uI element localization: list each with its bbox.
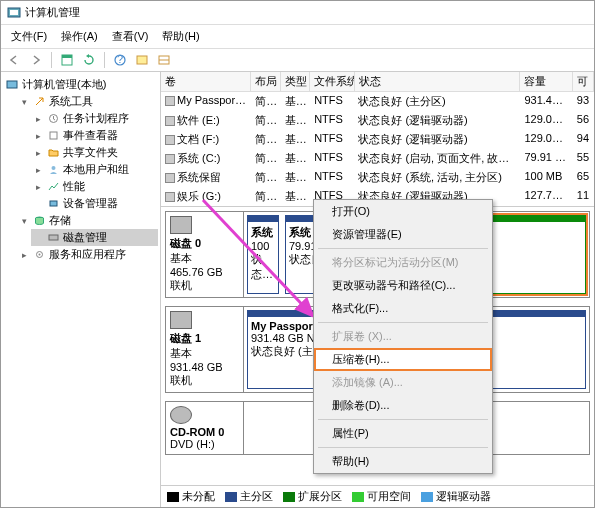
tree-shared[interactable]: ▸共享文件夹 [31, 144, 158, 161]
tree-storage[interactable]: ▾存储 [17, 212, 158, 229]
menu-help[interactable]: 帮助(H) [156, 27, 205, 46]
help-button[interactable]: ? [111, 51, 129, 69]
col-status[interactable]: 状态 [355, 72, 521, 91]
tools-icon [32, 95, 46, 109]
svg-rect-6 [137, 56, 147, 64]
ctx-open[interactable]: 打开(O) [314, 200, 492, 223]
cdrom-label[interactable]: CD-ROM 0 DVD (H:) [166, 402, 244, 454]
back-button[interactable] [5, 51, 23, 69]
menu-action[interactable]: 操作(A) [55, 27, 104, 46]
svg-rect-3 [62, 55, 72, 58]
volume-row[interactable]: 软件 (E:)简单基本NTFS状态良好 (逻辑驱动器)129.01 GB56 [161, 111, 594, 130]
ctx-format[interactable]: 格式化(F)... [314, 297, 492, 320]
users-icon [46, 163, 60, 177]
volume-row[interactable]: 文档 (F:)简单基本NTFS状态良好 (逻辑驱动器)129.01 GB94 [161, 130, 594, 149]
svg-text:?: ? [117, 54, 123, 65]
col-fs[interactable]: 文件系统 [310, 72, 354, 91]
svg-rect-13 [50, 201, 57, 206]
tree-systools[interactable]: ▾系统工具 [17, 93, 158, 110]
svg-point-17 [38, 254, 40, 256]
window-title: 计算机管理 [25, 5, 80, 20]
perf-icon [46, 180, 60, 194]
refresh-button[interactable] [80, 51, 98, 69]
col-layout[interactable]: 布局 [251, 72, 281, 91]
ctx-shrink[interactable]: 压缩卷(H)... [314, 348, 492, 371]
col-type[interactable]: 类型 [281, 72, 311, 91]
nav-tree: 计算机管理(本地) ▾系统工具 ▸任务计划程序 ▸事件查看器 ▸共享文件夹 ▸本… [1, 72, 161, 507]
view-button[interactable] [58, 51, 76, 69]
tree-root[interactable]: 计算机管理(本地) [3, 76, 158, 93]
tree-users[interactable]: ▸本地用户和组 [31, 161, 158, 178]
ctx-explorer[interactable]: 资源管理器(E) [314, 223, 492, 246]
storage-icon [32, 214, 46, 228]
ctx-mark: 将分区标记为活动分区(M) [314, 251, 492, 274]
menu-view[interactable]: 查看(V) [106, 27, 155, 46]
disk-0-label[interactable]: 磁盘 0 基本 465.76 GB 联机 [166, 212, 244, 297]
toolbar: ? [1, 49, 594, 72]
svg-rect-9 [7, 81, 17, 88]
svg-rect-1 [10, 10, 18, 15]
ctx-extend: 扩展卷 (X)... [314, 325, 492, 348]
tree-services[interactable]: ▸服务和应用程序 [17, 246, 158, 263]
ctx-delete[interactable]: 删除卷(D)... [314, 394, 492, 417]
tree-devmgr[interactable]: 设备管理器 [31, 195, 158, 212]
volume-list: 卷 布局 类型 文件系统 状态 容量 可 My Passport (D:)简单基… [161, 72, 594, 207]
app-icon [7, 6, 21, 20]
svg-point-12 [51, 166, 55, 170]
tree-perf[interactable]: ▸性能 [31, 178, 158, 195]
list-button[interactable] [133, 51, 151, 69]
forward-button[interactable] [27, 51, 45, 69]
ctx-mirror: 添加镜像 (A)... [314, 371, 492, 394]
cdrom-icon [170, 406, 192, 424]
volume-row[interactable]: 系统 (C:)简单基本NTFS状态良好 (启动, 页面文件, 故障转储, 主分区… [161, 149, 594, 168]
menu-file[interactable]: 文件(F) [5, 27, 53, 46]
menu-bar: 文件(F) 操作(A) 查看(V) 帮助(H) [1, 25, 594, 49]
services-icon [32, 248, 46, 262]
disk-icon [170, 311, 192, 329]
tree-diskmgmt[interactable]: 磁盘管理 [31, 229, 158, 246]
clock-icon [46, 112, 60, 126]
volume-row[interactable]: My Passport (D:)简单基本NTFS状态良好 (主分区)931.48… [161, 92, 594, 111]
legend: 未分配 主分区 扩展分区 可用空间 逻辑驱动器 [161, 485, 594, 507]
svg-rect-11 [50, 132, 57, 139]
volume-list-header: 卷 布局 类型 文件系统 状态 容量 可 [161, 72, 594, 92]
disk-icon [46, 231, 60, 245]
col-volume[interactable]: 卷 [161, 72, 251, 91]
event-icon [46, 129, 60, 143]
folder-icon [46, 146, 60, 160]
title-bar: 计算机管理 [1, 1, 594, 25]
col-free[interactable]: 可 [573, 72, 594, 91]
svg-rect-15 [49, 235, 58, 240]
computer-icon [5, 78, 19, 92]
tree-event[interactable]: ▸事件查看器 [31, 127, 158, 144]
disk-icon [170, 216, 192, 234]
ctx-props[interactable]: 属性(P) [314, 422, 492, 445]
volume-row[interactable]: 系统保留简单基本NTFS状态良好 (系统, 活动, 主分区)100 MB65 [161, 168, 594, 187]
context-menu: 打开(O) 资源管理器(E) 将分区标记为活动分区(M) 更改驱动器号和路径(C… [313, 199, 493, 474]
grid-button[interactable] [155, 51, 173, 69]
col-capacity[interactable]: 容量 [520, 72, 572, 91]
ctx-help[interactable]: 帮助(H) [314, 450, 492, 473]
ctx-change[interactable]: 更改驱动器号和路径(C)... [314, 274, 492, 297]
device-icon [46, 197, 60, 211]
tree-task[interactable]: ▸任务计划程序 [31, 110, 158, 127]
partition-reserved[interactable]: 系统100状态… [247, 215, 279, 294]
disk-1-label[interactable]: 磁盘 1 基本 931.48 GB 联机 [166, 307, 244, 392]
